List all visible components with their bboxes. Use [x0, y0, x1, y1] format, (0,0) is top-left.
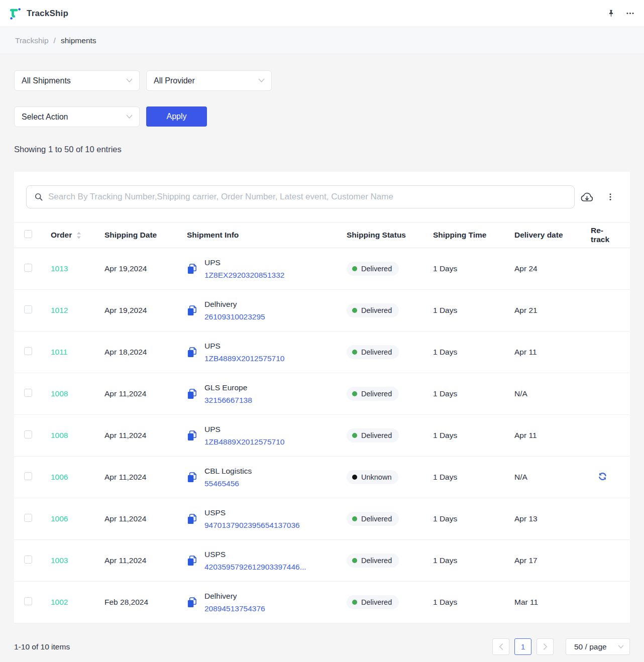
- tracking-link[interactable]: 9470137902395654137036: [204, 520, 300, 531]
- status-badge: Delivered: [347, 554, 399, 568]
- shipping-date: Apr 19,2024: [104, 264, 187, 273]
- search-input[interactable]: [48, 192, 567, 202]
- tracking-link[interactable]: 55465456: [204, 478, 252, 489]
- row-checkbox[interactable]: [24, 347, 32, 355]
- carrier-name: Delhivery: [204, 299, 265, 310]
- status-label: Unknown: [361, 473, 391, 481]
- status-dot: [352, 266, 357, 271]
- order-link[interactable]: 1013: [51, 264, 68, 273]
- row-checkbox[interactable]: [24, 514, 32, 522]
- search-box: [26, 185, 575, 208]
- copy-icon[interactable]: [187, 513, 197, 525]
- sort-icon[interactable]: [76, 232, 81, 239]
- delivery-date: Apr 11: [514, 431, 591, 440]
- order-link[interactable]: 1008: [51, 389, 68, 398]
- tracking-link[interactable]: 1ZB4889X2012575710: [204, 436, 284, 448]
- order-link[interactable]: 1002: [51, 598, 68, 606]
- row-checkbox[interactable]: [24, 389, 32, 397]
- order-link[interactable]: 1003: [51, 556, 68, 565]
- status-label: Delivered: [361, 348, 392, 356]
- page-size-select[interactable]: 50 / page: [566, 638, 630, 655]
- copy-icon[interactable]: [187, 347, 197, 358]
- tracking-link[interactable]: 1Z8EX2920320851332: [204, 270, 284, 281]
- copy-icon[interactable]: [187, 555, 197, 567]
- column-shipping-date: Shipping Date: [104, 231, 187, 240]
- status-badge: Delivered: [347, 428, 399, 443]
- status-label: Delivered: [361, 265, 392, 273]
- status-dot: [352, 433, 357, 438]
- select-all-checkbox[interactable]: [24, 230, 32, 238]
- tracking-link[interactable]: 32156667138: [204, 395, 252, 406]
- chevron-down-icon: [618, 645, 624, 649]
- app-title: TrackShip: [27, 9, 68, 19]
- table-row: 1003 Apr 11,2024 USPS 420359579261290339…: [14, 540, 630, 582]
- shipments-filter-label: All Shipments: [22, 76, 71, 85]
- copy-icon[interactable]: [187, 263, 197, 275]
- brand[interactable]: TrackShip: [8, 7, 68, 20]
- trackship-logo-icon: [8, 7, 22, 20]
- status-dot: [352, 516, 357, 521]
- shipping-date: Apr 11,2024: [104, 556, 187, 565]
- shipping-date: Apr 11,2024: [104, 514, 187, 523]
- chevron-down-icon: [258, 78, 265, 83]
- copy-icon[interactable]: [187, 597, 197, 608]
- carrier-name: USPS: [204, 549, 306, 560]
- page-1-button[interactable]: 1: [514, 638, 531, 655]
- status-badge: Delivered: [347, 303, 399, 317]
- filters-row-1: All Shipments All Provider: [14, 70, 630, 91]
- breadcrumb-parent[interactable]: Trackship: [15, 36, 49, 45]
- copy-icon[interactable]: [187, 305, 197, 316]
- column-order[interactable]: Order: [51, 231, 72, 240]
- tracking-link[interactable]: 20894513754376: [204, 603, 265, 614]
- tracking-link[interactable]: 1ZB4889X2012575710: [204, 353, 284, 364]
- page-size-label: 50 / page: [574, 642, 607, 651]
- copy-icon[interactable]: [187, 430, 197, 442]
- pin-icon[interactable]: [607, 9, 615, 18]
- shipping-time: 1 Days: [433, 348, 514, 357]
- tracking-link[interactable]: 4203595792612903397446...: [204, 562, 306, 573]
- order-link[interactable]: 1008: [51, 431, 68, 439]
- delivery-date: Apr 13: [514, 514, 591, 523]
- copy-icon[interactable]: [187, 388, 197, 400]
- shipments-card: Order Shipping Date Shipment Info Shippi…: [14, 172, 630, 623]
- shipping-time: 1 Days: [433, 306, 514, 315]
- main-content: All Shipments All Provider Select Action…: [0, 70, 644, 655]
- apply-button[interactable]: Apply: [146, 106, 207, 127]
- copy-icon[interactable]: [187, 472, 197, 483]
- shipments-filter-select[interactable]: All Shipments: [14, 70, 140, 91]
- row-checkbox[interactable]: [24, 305, 32, 313]
- prev-page-button[interactable]: [492, 638, 509, 655]
- status-label: Delivered: [361, 431, 392, 439]
- row-checkbox[interactable]: [24, 430, 32, 438]
- tracking-link[interactable]: 26109310023295: [204, 311, 265, 322]
- kebab-menu-icon[interactable]: [606, 192, 615, 202]
- status-label: Delivered: [361, 306, 392, 314]
- filters-row-2: Select Action Apply: [14, 106, 630, 127]
- retrack-icon[interactable]: [598, 472, 607, 481]
- shipping-time: 1 Days: [433, 556, 514, 565]
- next-page-button[interactable]: [536, 638, 554, 655]
- shipping-date: Apr 18,2024: [104, 348, 187, 357]
- carrier-name: UPS: [204, 424, 284, 435]
- row-checkbox[interactable]: [24, 556, 32, 564]
- action-select[interactable]: Select Action: [14, 106, 140, 127]
- carrier-name: GLS Europe: [204, 382, 252, 393]
- row-checkbox[interactable]: [24, 472, 32, 480]
- column-retrack: Re-track: [591, 226, 620, 244]
- table-row: 1008 Apr 11,2024 GLS Europe 32156667138 …: [14, 373, 630, 415]
- delivery-date: Apr 17: [514, 556, 591, 565]
- ellipsis-icon[interactable]: [625, 9, 635, 18]
- provider-filter-select[interactable]: All Provider: [146, 70, 272, 91]
- row-checkbox[interactable]: [24, 264, 32, 272]
- shipping-time: 1 Days: [433, 514, 514, 523]
- status-label: Delivered: [361, 390, 392, 398]
- cloud-download-icon[interactable]: [580, 191, 594, 203]
- row-checkbox[interactable]: [24, 597, 32, 605]
- order-link[interactable]: 1006: [51, 473, 68, 481]
- delivery-date: Apr 21: [514, 306, 591, 315]
- status-badge: Unknown: [347, 470, 398, 484]
- order-link[interactable]: 1012: [51, 306, 68, 314]
- order-link[interactable]: 1006: [51, 514, 68, 523]
- table-tools: [580, 191, 618, 203]
- order-link[interactable]: 1011: [51, 348, 67, 356]
